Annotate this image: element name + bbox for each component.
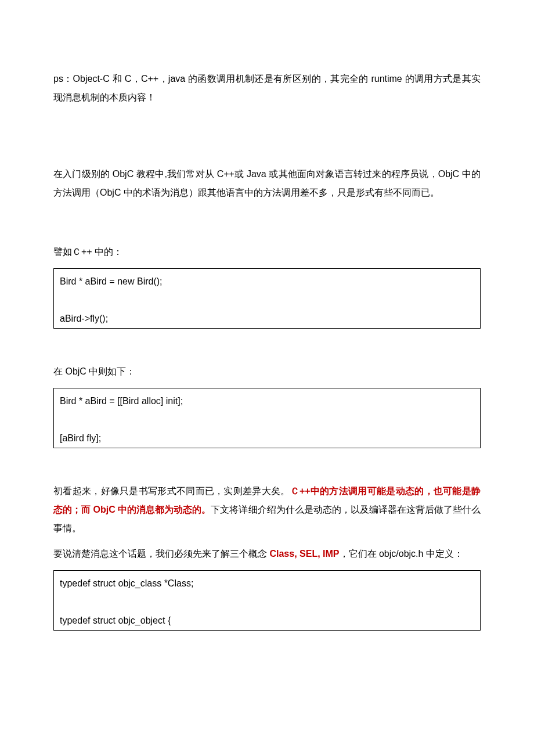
code-block-typedef: typedef struct objc_class *Class; typede… [53, 570, 481, 631]
spacer [53, 209, 481, 243]
paragraph-difference: 初看起来，好像只是书写形式不同而已，实则差异大矣。Ｃ++中的方法调用可能是动态的… [53, 482, 481, 538]
paragraph-objc-label: 在 ObjC 中则如下： [53, 362, 481, 381]
text-segment: ，它们在 objc/objc.h 中定义： [340, 549, 463, 559]
paragraph-cpp-label: 譬如Ｃ++ 中的： [53, 243, 481, 261]
paragraph-intro: ps：Object-C 和 C，C++，java 的函数调用机制还是有所区别的，… [53, 70, 481, 107]
spacer [53, 329, 481, 362]
code-block-cpp: Bird * aBird = new Bird(); aBird->fly(); [53, 268, 481, 329]
spacer [53, 448, 481, 482]
paragraph-tutorial: 在入门级别的 ObjC 教程中,我们常对从 C++或 Java 或其他面向对象语… [53, 165, 481, 202]
spacer [53, 114, 481, 165]
code-block-objc: Bird * aBird = [[Bird alloc] init]; [aBi… [53, 388, 481, 448]
text-highlight-class-sel-imp: Class, SEL, IMP [269, 549, 339, 559]
text-segment: 初看起来，好像只是书写形式不同而已，实则差异大矣。 [53, 486, 290, 496]
text-segment: 要说清楚消息这个话题，我们必须先来了解三个概念 [53, 549, 269, 559]
document-page: ps：Object-C 和 C，C++，java 的函数调用机制还是有所区别的，… [0, 0, 534, 756]
paragraph-concepts: 要说清楚消息这个话题，我们必须先来了解三个概念 Class, SEL, IMP，… [53, 545, 481, 563]
